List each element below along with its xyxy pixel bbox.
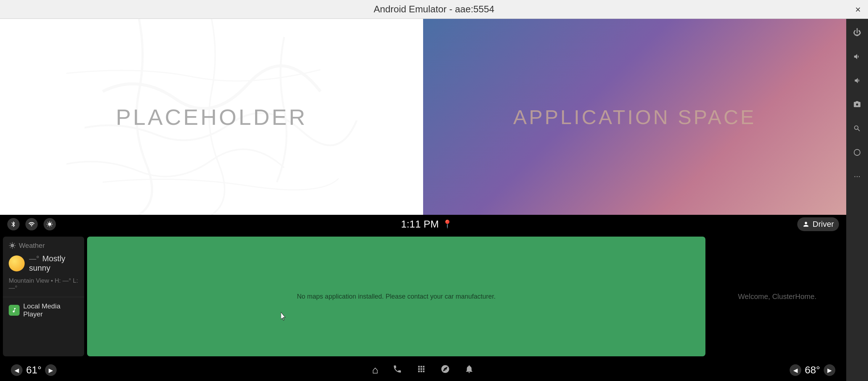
nav-right: ◀ 68° ▶	[790, 364, 835, 376]
weather-temp-prefix: —°	[29, 255, 39, 263]
title-bar-text: Android Emulator - aae:5554	[374, 4, 494, 15]
driver-label: Driver	[812, 220, 834, 229]
weather-title: Weather	[9, 242, 78, 250]
right-controls-panel: ⏻ ···	[846, 19, 868, 381]
temp-left-display: 61°	[26, 364, 41, 376]
nav-center: ⌂	[372, 364, 474, 376]
left-dropdown-panel: Weather —° Mostly sunny Mountain View • …	[3, 237, 84, 356]
status-left-icons	[7, 218, 56, 230]
weather-location: Mountain View • H: —° L: —°	[9, 277, 78, 292]
weather-main: —° Mostly sunny	[9, 254, 78, 273]
circle-icon[interactable]	[851, 146, 864, 159]
bell-nav-icon[interactable]	[464, 364, 474, 376]
wifi-icon[interactable]	[25, 218, 38, 230]
temp-right-increase-button[interactable]: ▶	[824, 364, 835, 376]
title-bar: Android Emulator - aae:5554 ×	[0, 0, 868, 19]
home-nav-icon[interactable]: ⌂	[372, 364, 378, 376]
map-message: No maps application installed. Please co…	[297, 293, 495, 300]
zoom-icon[interactable]	[851, 122, 864, 135]
weather-section[interactable]: Weather —° Mostly sunny Mountain View • …	[3, 237, 84, 297]
grid-nav-icon[interactable]	[417, 364, 426, 376]
media-section[interactable]: Local Media Player	[3, 297, 84, 323]
temp-right-decrease-button[interactable]: ◀	[790, 364, 801, 376]
main-display: PLACEHOLDER APPLICATION SPACE	[0, 19, 846, 215]
brightness-icon[interactable]	[44, 218, 56, 230]
status-center: 1:11 PM 📍	[401, 218, 452, 230]
map-area: No maps application installed. Please co…	[87, 237, 705, 356]
driver-badge[interactable]: Driver	[797, 217, 839, 231]
android-status-bar: 1:11 PM 📍 Driver	[0, 215, 846, 234]
power-icon[interactable]: ⏻	[851, 26, 864, 39]
cluster-welcome: Welcome, ClusterHome.	[738, 292, 816, 301]
location-icon: 📍	[442, 220, 452, 229]
media-icon	[9, 305, 20, 316]
volume-down-icon[interactable]	[851, 74, 864, 87]
cluster-area: Welcome, ClusterHome.	[708, 234, 846, 359]
status-right: Driver	[797, 217, 839, 231]
close-button[interactable]: ×	[855, 4, 861, 15]
temp-right-display: 68°	[805, 364, 820, 376]
left-panel: PLACEHOLDER	[0, 19, 423, 215]
fan-nav-icon[interactable]	[441, 364, 450, 376]
svg-point-0	[854, 149, 860, 156]
time-display: 1:11 PM	[401, 218, 439, 230]
media-label: Local Media Player	[23, 302, 78, 318]
more-options-icon[interactable]: ···	[851, 170, 864, 183]
weather-sun-icon	[9, 255, 25, 271]
weather-heading: Weather	[19, 242, 45, 250]
app-space-label: APPLICATION SPACE	[513, 105, 756, 129]
phone-nav-icon[interactable]	[393, 364, 402, 376]
temp-left-increase-button[interactable]: ▶	[45, 364, 57, 376]
bluetooth-icon[interactable]	[7, 218, 20, 230]
weather-description-wrapper: —° Mostly sunny	[29, 254, 78, 273]
right-panel: APPLICATION SPACE	[423, 19, 846, 215]
content-area: Weather —° Mostly sunny Mountain View • …	[0, 234, 846, 359]
nav-left: ◀ 61° ▶	[11, 364, 57, 376]
placeholder-label: PLACEHOLDER	[116, 104, 307, 130]
volume-up-icon[interactable]	[851, 50, 864, 63]
camera-icon[interactable]	[851, 98, 864, 111]
nav-bar: ◀ 61° ▶ ⌂ ◀ 68° ▶	[0, 359, 846, 381]
temp-left-decrease-button[interactable]: ◀	[11, 364, 22, 376]
android-auto-section: 1:11 PM 📍 Driver Weather —°	[0, 215, 846, 381]
